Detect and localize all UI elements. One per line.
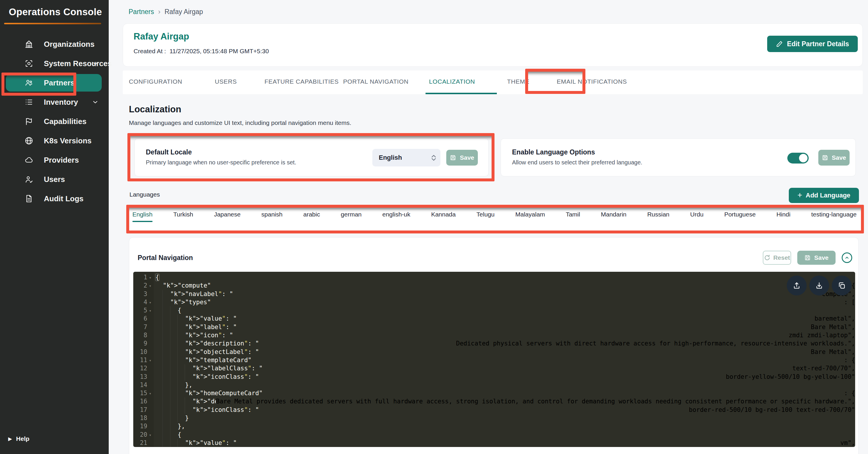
language-tab-spanish[interactable]: spanish <box>261 207 282 231</box>
language-tab-tamil[interactable]: Tamil <box>566 207 580 231</box>
language-options-toggle[interactable] <box>787 153 809 164</box>
breadcrumb-separator: › <box>158 8 160 16</box>
fold-arrow-icon[interactable]: ▾ <box>147 282 153 290</box>
fold-arrow-icon[interactable]: ▾ <box>147 389 153 398</box>
language-tab-japanese[interactable]: Japanese <box>214 207 241 231</box>
language-tab-turkish[interactable]: Turkish <box>173 207 193 231</box>
language-tab-arabic[interactable]: arabic <box>303 207 320 231</box>
localization-subheading: Manage languages and customize UI text, … <box>129 119 351 126</box>
sidebar-item-partners[interactable]: Partners <box>0 73 109 92</box>
fold-arrow-icon[interactable]: ▾ <box>147 274 153 282</box>
default-locale-label: Default Locale <box>146 148 192 156</box>
code-line: 11▾ "k">"templateCard": { <box>133 356 855 364</box>
language-tab-portuguese[interactable]: Portuguese <box>724 207 755 231</box>
sidebar-item-organizations[interactable]: Organizations <box>0 34 109 54</box>
sidebar-nav: OrganizationsSystem ResourcesPartnersInv… <box>0 34 109 208</box>
tab-theme[interactable]: THEME <box>507 78 530 85</box>
portal-navigation-reset-button[interactable]: Reset <box>763 251 791 265</box>
code-line: 20▾ { <box>133 431 855 439</box>
fold-arrow-icon[interactable]: ▾ <box>147 356 153 365</box>
tab-localization[interactable]: LOCALIZATION <box>429 78 475 85</box>
fold-arrow-icon[interactable]: ▾ <box>147 299 153 307</box>
save-icon <box>804 255 811 261</box>
select-chevrons-icon <box>431 155 436 161</box>
line-number: 13 <box>133 373 153 381</box>
organizations-icon <box>25 40 33 49</box>
language-tab-english-uk[interactable]: english-uk <box>382 207 410 231</box>
portal-navigation-save-button[interactable]: Save <box>797 251 836 265</box>
language-tab-urdu[interactable]: Urdu <box>690 207 704 231</box>
language-tab-label: spanish <box>261 211 282 218</box>
line-number: 18 <box>133 414 153 422</box>
add-language-button[interactable]: + Add Language <box>789 188 859 203</box>
editor-toolbar <box>787 276 851 295</box>
language-tab-german[interactable]: german <box>341 207 362 231</box>
sidebar-item-inventory[interactable]: Inventory <box>0 92 109 112</box>
language-tab-active-bar <box>566 221 580 222</box>
tab-configuration[interactable]: CONFIGURATION <box>129 78 182 85</box>
language-tab-active-bar <box>341 221 362 222</box>
code-line: 17 "k">"iconClass": "border-red-500/10 b… <box>133 406 855 414</box>
default-locale-save-button[interactable]: Save <box>446 150 478 166</box>
line-number: 10 <box>133 348 153 356</box>
pencil-icon <box>776 40 783 47</box>
edit-partner-details-button[interactable]: Edit Partner Details <box>767 36 858 52</box>
help-button[interactable]: ▶ Help <box>8 435 30 442</box>
language-tab-label: testing-language <box>811 211 857 218</box>
sidebar-item-capabilities[interactable]: Capabilities <box>0 112 109 131</box>
language-options-save-button[interactable]: Save <box>818 150 849 166</box>
upload-json-button[interactable] <box>787 276 807 295</box>
language-tab-mandarin[interactable]: Mandarin <box>601 207 627 231</box>
sidebar-item-audit-logs[interactable]: Audit Logs <box>0 189 109 208</box>
save-icon <box>822 154 828 161</box>
language-tab-malayalam[interactable]: Malayalam <box>515 207 545 231</box>
code-lines: 1▾{2▾ "k">"compute": {3 "k">"navLabel": … <box>133 272 855 447</box>
language-tab-label: Tamil <box>566 211 580 218</box>
tab-email-notifications[interactable]: EMAIL NOTIFICATIONS <box>557 78 627 85</box>
default-locale-select[interactable]: English <box>372 149 440 166</box>
line-number: 15▾ <box>133 389 153 397</box>
tab-feature-capabilities[interactable]: FEATURE CAPABILITIES <box>265 78 339 85</box>
breadcrumb-partners-link[interactable]: Partners <box>129 8 154 16</box>
language-tab-kannada[interactable]: Kannada <box>431 207 456 231</box>
sidebar-item-system-resources[interactable]: System Resources <box>0 54 109 73</box>
copy-json-button[interactable] <box>832 276 851 295</box>
languages-section-label: Languages <box>129 191 160 198</box>
code-line: 13 "k">"iconClass": "border-yellow-500/1… <box>133 373 855 381</box>
app-title: Operations Console <box>9 6 102 18</box>
line-number: 21 <box>133 439 153 447</box>
language-tab-russian[interactable]: Russian <box>647 207 670 231</box>
line-number: 12 <box>133 364 153 372</box>
json-code-editor[interactable]: 1▾{2▾ "k">"compute": {3 "k">"navLabel": … <box>133 272 855 447</box>
language-tab-english[interactable]: English <box>132 207 153 231</box>
capabilities-icon <box>25 117 33 126</box>
sidebar-item-label: Organizations <box>44 40 94 49</box>
language-tab-label: german <box>341 211 362 218</box>
language-tab-telugu[interactable]: Telugu <box>476 207 495 231</box>
save-icon <box>450 154 456 161</box>
collapse-section-button[interactable] <box>842 252 852 263</box>
language-options-card: Enable Language Options Allow end users … <box>501 138 856 176</box>
language-tab-active-bar <box>431 221 456 222</box>
created-at-value: 11/27/2025, 05:15:48 PM GMT+5:30 <box>169 48 269 55</box>
default-locale-selected-value: English <box>379 154 402 162</box>
line-number: 5▾ <box>133 306 153 314</box>
tab-portal-navigation[interactable]: PORTAL NAVIGATION <box>343 78 409 85</box>
download-json-button[interactable] <box>809 276 829 295</box>
code-line: 2▾ "k">"compute": { <box>133 281 855 290</box>
fold-arrow-icon[interactable]: ▾ <box>147 307 153 315</box>
sidebar-item-users[interactable]: Users <box>0 170 109 189</box>
sidebar-item-k8s-versions[interactable]: K8s Versions <box>0 131 109 150</box>
sidebar: Operations Console OrganizationsSystem R… <box>0 0 109 454</box>
sidebar-item-providers[interactable]: Providers <box>0 150 109 170</box>
fold-arrow-icon[interactable]: ▾ <box>147 431 153 439</box>
add-language-label: Add Language <box>806 192 850 199</box>
language-tab-testing-language[interactable]: testing-language <box>811 207 857 231</box>
tab-users[interactable]: USERS <box>215 78 237 85</box>
language-tab-hindi[interactable]: Hindi <box>777 207 790 231</box>
created-at-label: Created At : <box>133 48 166 55</box>
title-accent-divider <box>4 23 101 24</box>
language-tab-label: Malayalam <box>515 211 545 218</box>
code-line: 1▾{ <box>133 273 855 281</box>
language-tab-active-bar <box>476 221 495 222</box>
